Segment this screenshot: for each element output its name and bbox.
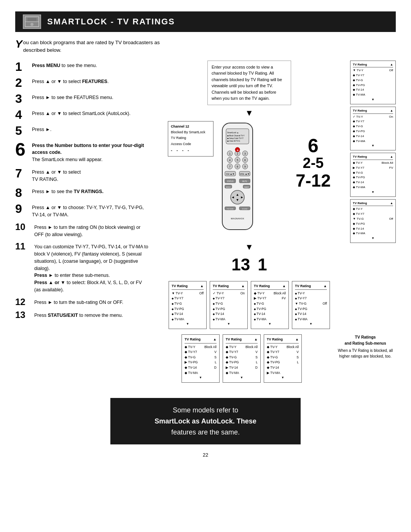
- step-2: 2 Press ▲ or ▼ to select FEATURES.: [15, 77, 148, 89]
- rb3-r3: ◆ TV-G: [353, 171, 393, 176]
- svg-text:▼: ▼: [236, 198, 239, 202]
- ts4-title: TV Rating▲: [295, 283, 327, 290]
- rb1-r3: ◆ TV-G: [353, 78, 393, 83]
- rb3-down: ▼: [353, 190, 393, 195]
- step-12: 12 Press ► to turn the sub-rating ON or …: [15, 297, 148, 307]
- note-text: When a TV Rating is blocked, all higher …: [335, 348, 396, 359]
- step-content-4: Press ▲ or ▼ to select SmartLock (AutoLo…: [32, 109, 131, 117]
- ts1-row6: TV-MA: [172, 317, 204, 322]
- big-numbers-overlay: 6 2-5 7-12: [296, 136, 331, 190]
- ts3-row6: TV-MA: [254, 317, 286, 322]
- bs1-r4: ▶ TV-PGL: [185, 360, 217, 365]
- rb2-r6: ◆ TV-MA: [353, 139, 393, 144]
- indicator-13: 13: [231, 255, 250, 274]
- rb3-r6: ◆ TV-MA: [353, 185, 393, 190]
- svg-text:VOL ▲▼: VOL ▲▼: [240, 173, 249, 175]
- ts3-row2: ▶ TV-Y7FV: [254, 296, 286, 301]
- svg-text:⏻: ⏻: [236, 149, 238, 151]
- ts1-row4: TV-PG: [172, 307, 204, 312]
- tv-screen-4: TV Rating▲ TV-Y TV-Y7 ▼ TV-GOff TV-PG TV…: [292, 281, 330, 329]
- step-num-11: 11: [15, 242, 32, 251]
- rb4-down: ▼: [353, 236, 393, 241]
- step-num-12: 12: [15, 297, 32, 307]
- step-content-12: Press ► to turn the sub-rating ON or OFF…: [34, 297, 123, 306]
- callout-text: Enter your access code to view a channel…: [212, 65, 282, 101]
- indicator-1: 1: [258, 255, 267, 274]
- step-8: 8 Press ► to see the TV RATINGS.: [15, 187, 148, 199]
- step-indicators: 13 1: [231, 255, 267, 274]
- rb4-r5: ◆ TV-14: [353, 227, 393, 232]
- rb1-r5: ◆ TV-14: [353, 88, 393, 93]
- step-3: 3 Press ► to see the FEATURES menu.: [15, 93, 148, 105]
- bottom-screens: TV Rating▲ ◆ TV-YBlock All ◆ TV-Y7V ◆ TV…: [152, 334, 331, 383]
- rating-box-3: TV Rating▲ ◆ TV-YBlock All ▶ TV-Y7FV ◆ T…: [350, 153, 396, 197]
- rb1-r1: ▼ TV-YOff: [353, 68, 393, 73]
- step-num-13: 13: [15, 310, 32, 320]
- ts4-row2: TV-Y7: [295, 296, 327, 301]
- bs2-title: TV Rating▲: [226, 337, 258, 343]
- bs2-r3: ◆ TV-GS: [226, 355, 258, 360]
- main-layout: 1 Press MENU to see the menu. 2 Press ▲ …: [15, 61, 396, 329]
- intro-text: You can block programs that are rated by…: [15, 39, 160, 54]
- remote-area: Channel 12 Blocked By SmartLock TV Ratin…: [168, 121, 331, 243]
- bs2-r4: ◆ TV-PGL: [226, 360, 258, 365]
- footer-line3: features are the same.: [122, 427, 289, 438]
- big-num-6: 6: [308, 136, 319, 155]
- svg-point-2: [30, 23, 33, 26]
- rb3-r2: ▶ TV-Y7FV: [353, 166, 393, 171]
- ts2-row5: TV-14: [213, 312, 245, 317]
- step-content-11: You can customize TV-Y7, TV-PG, TV-14, o…: [34, 242, 148, 293]
- page: SmartLock - TV Ratings You can block pro…: [0, 0, 411, 532]
- svg-text:SOUND: SOUND: [242, 208, 248, 210]
- svg-text:▲: ▲: [236, 193, 239, 197]
- step-4: 4 Press ▲ or ▼ to select SmartLock (Auto…: [15, 109, 148, 121]
- step-7: 7 Press ▲ or ▼ to selectTV RATING.: [15, 167, 148, 183]
- step-num-2: 2: [15, 77, 30, 89]
- svg-text:◄: ◄: [231, 195, 234, 199]
- rating-box-1: TV Rating▲ ▼ TV-YOff ◆ TV-Y7 ◆ TV-G ◆ TV…: [350, 61, 396, 104]
- step-6: 6 Press the Number buttons to enter your…: [15, 141, 148, 163]
- ts2-row4: TV-PG: [213, 307, 245, 312]
- svg-text:8: 8: [237, 165, 238, 168]
- svg-text:MUTE: MUTE: [242, 181, 247, 182]
- svg-text:STATUS: STATUS: [227, 181, 233, 182]
- ts1-row2: TV-Y7: [172, 296, 204, 301]
- svg-text:5: 5: [237, 159, 238, 161]
- ts2-title: TV Rating▲: [213, 283, 245, 290]
- step-num-10: 10: [15, 222, 32, 232]
- rb2-r5: ◆ TV-14: [353, 134, 393, 139]
- page-title: SmartLock - TV Ratings: [47, 17, 175, 27]
- bs3-r5: ◆ TV-14: [267, 365, 299, 371]
- step-content-10: Press ► to turn the rating ON (to block …: [34, 222, 148, 238]
- step-11: 11 You can customize TV-Y7, TV-PG, TV-14…: [15, 242, 148, 293]
- bs3-r1: ◆ TV-YBlock All: [267, 345, 299, 350]
- big-num-2-5: 2-5: [303, 155, 324, 171]
- svg-rect-3: [27, 18, 37, 21]
- ts3-row1: ◆ TV-YBlock All: [254, 291, 286, 296]
- bs1-title: TV Rating▲: [185, 337, 217, 343]
- rb2-title: TV Rating▲: [353, 109, 393, 114]
- cs-dots: - - - -: [171, 147, 210, 154]
- step-num-7: 7: [15, 167, 30, 179]
- svg-text:6: 6: [244, 159, 246, 161]
- ts2-row3: TV-G: [213, 301, 245, 307]
- bottom-screen-1: TV Rating▲ ◆ TV-YBlock All ◆ TV-Y7V ◆ TV…: [182, 334, 220, 383]
- ts1-row5: TV-14: [172, 312, 204, 317]
- bs3-r3: ◆ TV-GS: [267, 355, 299, 360]
- bs3-title: TV Rating▲: [267, 337, 299, 343]
- rb4-r4: ◆ TV-PG: [353, 222, 393, 227]
- step-content-8: Press ► to see the TV RATINGS.: [32, 187, 104, 195]
- logo-icon: [23, 14, 41, 29]
- rb3-title: TV Rating▲: [353, 155, 393, 160]
- ts3-title: TV Rating▲: [254, 283, 286, 290]
- bs2-r1: ◆ TV-YBlock All: [226, 345, 258, 350]
- big-num-7-12: 7-12: [296, 171, 331, 190]
- arrow-down-2: ▼: [245, 242, 253, 252]
- rb2-r2: ◆ TV-Y7: [353, 119, 393, 124]
- note-title: TV Ratings: [335, 334, 396, 340]
- step-num-3: 3: [15, 93, 30, 105]
- steps-column: 1 Press MENU to see the menu. 2 Press ▲ …: [15, 61, 148, 323]
- bs2-r6: ◆ TV-MA: [226, 371, 258, 376]
- intro-body: ou can block programs that are rated by …: [23, 40, 160, 53]
- rb4-title: TV Rating▲: [353, 201, 393, 206]
